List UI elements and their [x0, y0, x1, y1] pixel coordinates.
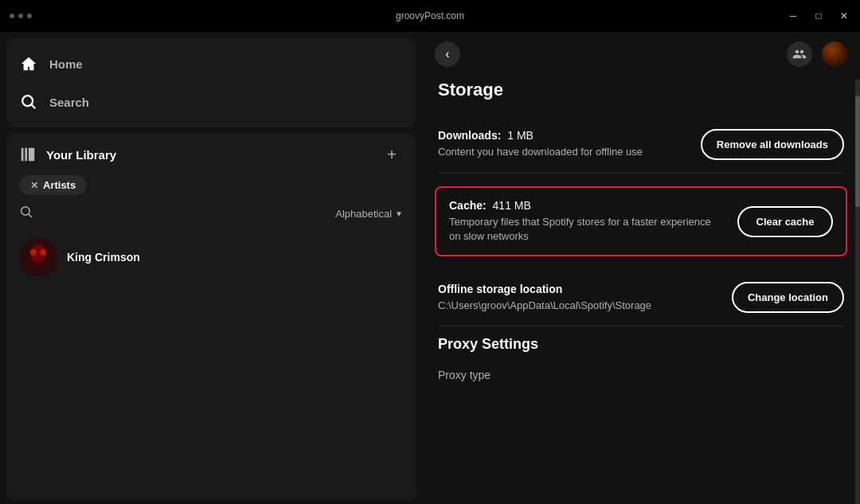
- search-icon: [19, 92, 38, 111]
- remove-all-downloads-button[interactable]: Remove all downloads: [701, 129, 844, 160]
- proxy-section: Proxy Settings Proxy type: [438, 336, 844, 388]
- avatar: [19, 238, 57, 276]
- artist-name: King Crimson: [67, 251, 140, 264]
- offline-storage-path: C:\Users\groov\AppData\Local\Spotify\Sto…: [438, 299, 719, 313]
- library-section: Your Library + ✕ Artists Alpha: [6, 134, 416, 501]
- nav-section: Home Search: [6, 38, 416, 127]
- user-avatar[interactable]: [822, 41, 847, 67]
- svg-rect-2: [22, 148, 24, 162]
- cache-info: Cache: 411 MB Temporary files that Spoti…: [449, 199, 725, 244]
- maximize-button[interactable]: □: [812, 10, 825, 22]
- svg-rect-3: [25, 148, 27, 162]
- change-location-button[interactable]: Change location: [732, 282, 844, 313]
- proxy-type-label: Proxy type: [438, 369, 491, 381]
- titlebar: groovyPost.com ─ □ ✕: [0, 0, 860, 32]
- app-layout: Home Search: [0, 32, 860, 504]
- right-panel: ‹ Storage Downloads: 1 MB: [422, 32, 860, 504]
- downloads-value: 1 MB: [507, 129, 534, 142]
- svg-point-5: [22, 207, 30, 216]
- search-label: Search: [49, 96, 89, 109]
- storage-title: Storage: [438, 80, 844, 100]
- scrollbar-thumb: [855, 96, 860, 207]
- library-header: Your Library +: [6, 143, 416, 175]
- right-header-icons: [787, 41, 847, 67]
- dot-1: [10, 14, 14, 18]
- downloads-desc: Content you have downloaded for offline …: [438, 145, 688, 159]
- right-header: ‹: [422, 32, 860, 76]
- friends-icon-button[interactable]: [787, 41, 812, 67]
- svg-point-0: [22, 96, 33, 106]
- clear-filter-icon: ✕: [30, 180, 38, 191]
- titlebar-controls: ─ □ ✕: [787, 10, 850, 22]
- svg-line-1: [32, 105, 36, 109]
- add-library-button[interactable]: +: [381, 143, 403, 166]
- downloads-label-text: Downloads:: [438, 129, 501, 142]
- home-label: Home: [49, 57, 83, 71]
- search-sort-row: Alphabetical ▼: [6, 205, 416, 232]
- clear-cache-button[interactable]: Clear cache: [737, 206, 833, 237]
- user-avatar-image: [822, 41, 847, 67]
- sidebar-item-search[interactable]: Search: [6, 83, 416, 121]
- avatar-image: [19, 238, 57, 276]
- sort-chevron-icon: ▼: [395, 209, 403, 218]
- library-icon: [19, 146, 37, 163]
- downloads-label: Downloads: 1 MB: [438, 129, 688, 142]
- library-title: Your Library: [46, 148, 116, 162]
- filter-chip-label: Artists: [43, 179, 76, 191]
- downloads-row: Downloads: 1 MB Content you have downloa…: [438, 116, 844, 174]
- sort-selector[interactable]: Alphabetical ▼: [335, 208, 403, 220]
- svg-rect-4: [29, 148, 34, 162]
- cache-label-text: Cache:: [449, 199, 487, 212]
- titlebar-title: groovyPost.com: [396, 10, 464, 21]
- proxy-type-row: Proxy type: [438, 362, 844, 388]
- scrollbar[interactable]: [855, 80, 860, 504]
- back-button[interactable]: ‹: [435, 41, 460, 67]
- svg-rect-11: [30, 260, 46, 267]
- dot-2: [18, 14, 23, 18]
- offline-storage-row: Offline storage location C:\Users\groov\…: [438, 269, 844, 326]
- sidebar-item-home[interactable]: Home: [6, 45, 416, 83]
- library-title-row: Your Library: [19, 146, 116, 163]
- sort-label: Alphabetical: [335, 208, 392, 220]
- close-button[interactable]: ✕: [838, 10, 850, 22]
- cache-value: 411 MB: [493, 199, 531, 212]
- proxy-title: Proxy Settings: [438, 336, 844, 353]
- svg-point-10: [40, 249, 46, 256]
- left-panel: Home Search: [0, 32, 422, 504]
- dot-3: [27, 14, 32, 18]
- cache-section: Cache: 411 MB Temporary files that Spoti…: [435, 186, 847, 256]
- artists-filter-chip[interactable]: ✕ Artists: [19, 175, 87, 195]
- cache-desc: Temporary files that Spotify stores for …: [449, 215, 725, 244]
- svg-point-9: [30, 249, 37, 256]
- titlebar-dots: [10, 14, 32, 18]
- cache-label: Cache: 411 MB: [449, 199, 725, 212]
- list-item[interactable]: King Crimson: [6, 232, 416, 283]
- cache-row-wrapper: Cache: 411 MB Temporary files that Spoti…: [438, 174, 844, 269]
- svg-line-6: [29, 214, 32, 217]
- offline-storage-info: Offline storage location C:\Users\groov\…: [438, 283, 719, 313]
- storage-content: Storage Downloads: 1 MB Content you have…: [422, 76, 860, 504]
- offline-storage-label: Offline storage location: [438, 283, 719, 295]
- downloads-info: Downloads: 1 MB Content you have downloa…: [438, 129, 688, 159]
- library-search-icon[interactable]: [19, 205, 33, 222]
- home-icon: [19, 54, 38, 73]
- filter-row: ✕ Artists: [6, 175, 416, 205]
- minimize-button[interactable]: ─: [787, 10, 799, 22]
